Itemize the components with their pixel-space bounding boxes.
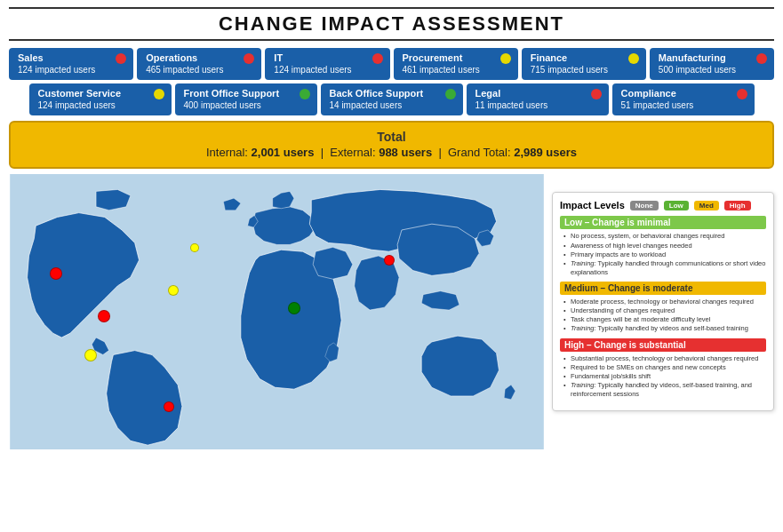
pill-mid: Med [694,201,719,210]
world-map [9,174,545,449]
total-label: Total [21,130,762,144]
indicator-dot [445,89,456,99]
dept-name: Back Office Support [330,88,454,99]
indicator-dot [737,89,747,99]
external-users: 988 users [379,146,432,159]
grand-total-users: 2,989 users [514,146,577,159]
dept-card-procurement: Procurement 461 impacted users [394,48,518,80]
impact-section-medium: Medium – Change is moderate Moderate pro… [560,282,766,334]
bullet-item: Training: Typically handled by videos, s… [563,381,766,399]
bullet-item: Understanding of changes required [563,306,766,315]
dept-card-front-office-support: Front Office Support 400 impacted users [175,83,317,115]
dept-card-finance: Finance 715 impacted users [522,48,646,80]
legend-title-row: Impact Levels None Low Med High [560,200,766,210]
bullet-item: Training: Typically handled by videos an… [563,324,766,333]
bullet-item: Fundamental job/skills shift [563,372,766,381]
dept-row-2: Customer Service 124 impacted users Fron… [9,83,774,115]
dept-users: 465 impacted users [146,64,252,75]
dept-card-legal: Legal 11 impacted users [467,83,609,115]
bullet-item: Training: Typically handled through comm… [563,259,766,277]
pill-low: Low [664,201,689,210]
internal-users: 2,001 users [252,146,315,159]
indicator-dot [591,89,602,99]
indicator-dot [628,53,639,64]
dept-name: Compliance [621,88,746,99]
dept-card-back-office-support: Back Office Support 14 impacted users [321,83,463,115]
dept-card-it: IT 124 impacted users [265,48,389,80]
bullet-list: No process, system, or behavioral change… [560,232,766,277]
pill-none: None [630,201,659,210]
dept-card-manufacturing: Manufacturing 500 impacted users [650,48,774,80]
dept-users: 124 impacted users [274,64,380,75]
dept-name: Customer Service [38,88,163,99]
dept-users: 400 impacted users [184,99,308,111]
dept-name: Manufacturing [659,52,765,64]
legend-sections: Low – Change is minimal No process, syst… [560,216,766,399]
dept-name: IT [274,52,380,64]
dept-card-customer-service: Customer Service 124 impacted users [29,83,172,115]
dept-users: 461 impacted users [403,64,509,75]
dept-name: Front Office Support [184,88,308,99]
indicator-dot [154,89,164,99]
dept-card-sales: Sales 124 impacted users [9,48,133,80]
dept-users: 124 impacted users [38,99,163,111]
dept-row-1: Sales 124 impacted users Operations 465 … [9,48,774,80]
legend-title: Impact Levels [560,200,625,210]
dept-name: Operations [146,52,252,64]
bullet-list: Substantial process, technology or behav… [560,354,766,400]
bullet-list: Moderate process, technology or behavior… [560,298,766,334]
indicator-dot [244,53,254,64]
impact-section-high: High – Change is substantial Substantial… [560,338,766,400]
total-detail: Internal: 2,001 users | External: 988 us… [206,146,577,159]
dept-card-operations: Operations 465 impacted users [137,48,261,80]
dept-name: Legal [475,88,600,99]
bullet-item: Task changes will be at moderate difficu… [563,315,766,324]
bullet-item: Moderate process, technology or behavior… [563,298,766,306]
bullet-item: Awareness of high level changes needed [563,242,766,250]
indicator-dot [372,53,383,64]
dept-name: Procurement [403,52,509,64]
impact-header: High – Change is substantial [560,338,766,352]
total-banner: Total Internal: 2,001 users | External: … [9,121,774,169]
indicator-dot [756,53,767,64]
impact-header: Medium – Change is moderate [560,282,766,295]
dept-users: 500 impacted users [659,64,765,75]
bullet-item: Required to be SMEs on changes and new c… [563,363,766,372]
bullet-item: Primary impacts are to workload [563,250,766,259]
dept-users: 51 impacted users [621,99,746,111]
pill-high: High [724,201,751,210]
indicator-dot [500,53,511,64]
dept-card-compliance: Compliance 51 impacted users [612,83,755,115]
dept-users: 124 impacted users [18,64,124,75]
dept-name: Sales [18,52,124,64]
dept-name: Finance [531,52,637,64]
map-legend-row: Impact Levels None Low Med High Low – Ch… [9,174,774,449]
impact-section-low: Low – Change is minimal No process, syst… [560,216,766,277]
dept-users: 11 impacted users [475,99,600,111]
indicator-dot [300,89,310,99]
dept-users: 14 impacted users [330,99,454,111]
page-title: CHANGE IMPACT ASSESSMENT [9,12,774,36]
title-bar: CHANGE IMPACT ASSESSMENT [9,7,774,41]
dept-users: 715 impacted users [531,64,637,75]
bullet-item: No process, system, or behavioral change… [563,232,766,241]
indicator-dot [116,53,126,64]
impact-header: Low – Change is minimal [560,216,766,229]
impact-legend-card: Impact Levels None Low Med High Low – Ch… [552,192,774,411]
bullet-item: Substantial process, technology or behav… [563,354,766,363]
